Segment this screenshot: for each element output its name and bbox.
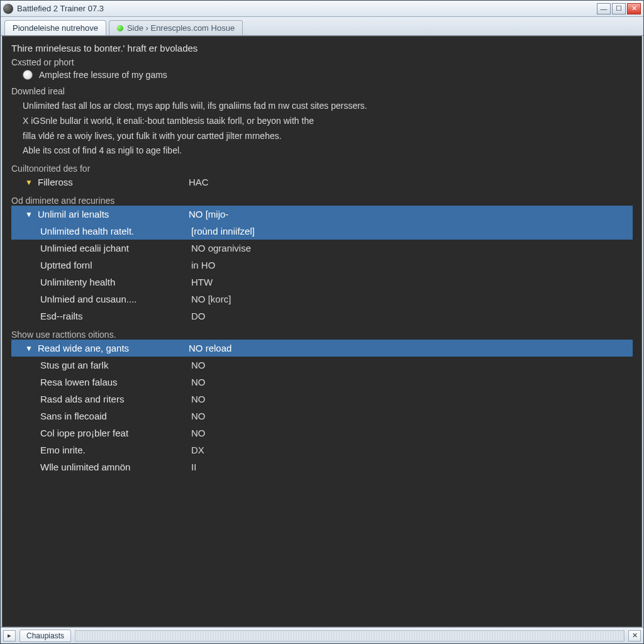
section-label-custom: Cuiltonorited des for bbox=[11, 164, 633, 174]
content-pane: Thire mrinelesus to bonter.' hraft er bv… bbox=[2, 36, 642, 627]
option-value: in HO bbox=[191, 260, 215, 270]
section-label-show: Show use racttions oitions. bbox=[11, 330, 633, 340]
option-value: NO [korc] bbox=[191, 294, 231, 304]
option-name: Wlle unlimited amnön bbox=[40, 462, 191, 472]
tree-item-resa[interactable]: Resa lowen falaus NO bbox=[11, 374, 633, 391]
description-line: Unlimited fast all los ar clost, mys app… bbox=[23, 99, 633, 114]
minimize-button[interactable]: — bbox=[597, 3, 611, 14]
option-name: Esd--railts bbox=[40, 311, 191, 321]
plus-icon bbox=[117, 25, 123, 31]
option-name: Emo inrite. bbox=[40, 445, 191, 455]
option-value: NO bbox=[191, 394, 206, 404]
tab-secondary-label: Side › Enrescples.com Hosue bbox=[127, 23, 235, 33]
option-name: Stus gut an farlk bbox=[40, 360, 191, 370]
page-heading: Thire mrinelesus to bonter.' hraft er bv… bbox=[11, 43, 633, 53]
status-close-button[interactable]: ✕ bbox=[628, 630, 641, 641]
tab-main[interactable]: Piondeleishe nutrehove bbox=[4, 20, 106, 35]
option-value: HTW bbox=[191, 277, 213, 287]
tab-main-label: Piondeleishe nutrehove bbox=[13, 23, 98, 33]
chevron-down-icon[interactable]: ▼ bbox=[25, 178, 34, 187]
radio-option-row[interactable]: Amplest free lessure of my gams bbox=[23, 70, 633, 80]
status-tab[interactable]: Chaupiasts bbox=[19, 630, 71, 642]
window-title: Battlefied 2 Trainer 07.3 bbox=[17, 4, 597, 13]
option-value: NO bbox=[191, 360, 206, 370]
description-line: Able its cost of find 4 as nigli to age … bbox=[23, 143, 633, 158]
status-nav-button[interactable]: ▸ bbox=[3, 630, 16, 641]
option-name: Col iope pro¡bler feat bbox=[40, 428, 191, 438]
option-name: Rasd alds and riters bbox=[40, 394, 191, 404]
tree-item-cusaun[interactable]: Unlmied and cusaun.... NO [korc] bbox=[11, 291, 633, 308]
option-value: DO bbox=[191, 311, 206, 321]
option-name: Read wide ane, gants bbox=[38, 343, 189, 353]
tree-item-wlle[interactable]: Wlle unlimited amnön II bbox=[11, 458, 633, 475]
option-value: NO reload bbox=[189, 343, 231, 353]
app-icon bbox=[3, 4, 13, 14]
option-value: HAC bbox=[189, 177, 209, 187]
tree-item-unlimitenty[interactable]: Unlimitenty health HTW bbox=[11, 274, 633, 291]
window-buttons: — ☐ ✕ bbox=[597, 3, 641, 14]
option-value: NO ogranivise bbox=[191, 243, 251, 253]
tree-item-sans[interactable]: Sans in flecoaid NO bbox=[11, 408, 633, 425]
description-line: filla vldé re a woiy lives, yout fulk it… bbox=[23, 129, 633, 144]
tree-root-read-wide[interactable]: ▼ Read wide ane, gants NO reload bbox=[11, 340, 633, 357]
content-inner: Thire mrinelesus to bonter.' hraft er bv… bbox=[3, 36, 641, 475]
tree-root-unlimil[interactable]: ▼ Unlimil ari lenalts NO [mijo- bbox=[11, 206, 633, 223]
option-name: Uptrted fornl bbox=[40, 260, 191, 270]
tree-item-stus[interactable]: Stus gut an farlk NO bbox=[11, 357, 633, 374]
tree-item-esd-railts[interactable]: Esd--railts DO bbox=[11, 308, 633, 325]
option-name: Unlimil ari lenalts bbox=[38, 209, 189, 219]
radio-icon[interactable] bbox=[23, 70, 33, 80]
status-spacer bbox=[75, 630, 625, 641]
option-value: II bbox=[191, 462, 196, 472]
chevron-down-icon[interactable]: ▼ bbox=[25, 210, 34, 219]
close-button[interactable]: ✕ bbox=[627, 3, 641, 14]
option-name: Unlimitenty health bbox=[40, 277, 191, 287]
option-name: Unlimied ecalii jchant bbox=[40, 243, 191, 253]
tree-item-uptrted[interactable]: Uptrted fornl in HO bbox=[11, 257, 633, 274]
app-window: Battlefied 2 Trainer 07.3 — ☐ ✕ Piondele… bbox=[0, 0, 644, 644]
subheading-downled: Downled ireal bbox=[11, 86, 633, 96]
tree-item-ecalii[interactable]: Unlimied ecalii jchant NO ogranivise bbox=[11, 240, 633, 257]
statusbar: ▸ Chaupiasts ✕ bbox=[1, 627, 643, 643]
option-value: NO bbox=[191, 377, 206, 387]
maximize-button[interactable]: ☐ bbox=[612, 3, 626, 14]
option-value: [roùnd inniifzel] bbox=[191, 226, 255, 236]
option-value: NO bbox=[191, 411, 206, 421]
option-name: Unlimited health ratelt. bbox=[40, 226, 191, 236]
subheading-casted: Cxstted or phort bbox=[11, 57, 633, 67]
tab-secondary[interactable]: Side › Enrescples.com Hosue bbox=[109, 20, 243, 35]
description-line: X iGSnle bullar it world, it enali:-bout… bbox=[23, 114, 633, 129]
tree-item-health-ratelt[interactable]: Unlimited health ratelt. [roùnd inniifze… bbox=[11, 223, 633, 240]
option-name: Sans in flecoaid bbox=[40, 411, 191, 421]
tree-item-rasd[interactable]: Rasd alds and riters NO bbox=[11, 391, 633, 408]
tree-item-emo[interactable]: Emo inrite. DX bbox=[11, 441, 633, 458]
section-label-diminete: Od diminete and recurines bbox=[11, 196, 633, 206]
chevron-down-icon[interactable]: ▼ bbox=[25, 344, 34, 353]
tree-item-col[interactable]: Col iope pro¡bler feat NO bbox=[11, 425, 633, 441]
option-value: NO [mijo- bbox=[189, 209, 228, 219]
radio-label: Amplest free lessure of my gams bbox=[39, 70, 167, 80]
description-block: Unlimited fast all los ar clost, mys app… bbox=[23, 99, 633, 158]
option-value: DX bbox=[191, 445, 204, 455]
option-name: Resa lowen falaus bbox=[40, 377, 191, 387]
option-name: Filleross bbox=[38, 177, 189, 187]
titlebar[interactable]: Battlefied 2 Trainer 07.3 — ☐ ✕ bbox=[1, 1, 643, 17]
option-name: Unlmied and cusaun.... bbox=[40, 294, 191, 304]
tab-bar: Piondeleishe nutrehove Side › Enrescples… bbox=[1, 17, 643, 36]
option-value: NO bbox=[191, 428, 206, 438]
tree-root-filleross[interactable]: ▼ Filleross HAC bbox=[11, 174, 633, 191]
